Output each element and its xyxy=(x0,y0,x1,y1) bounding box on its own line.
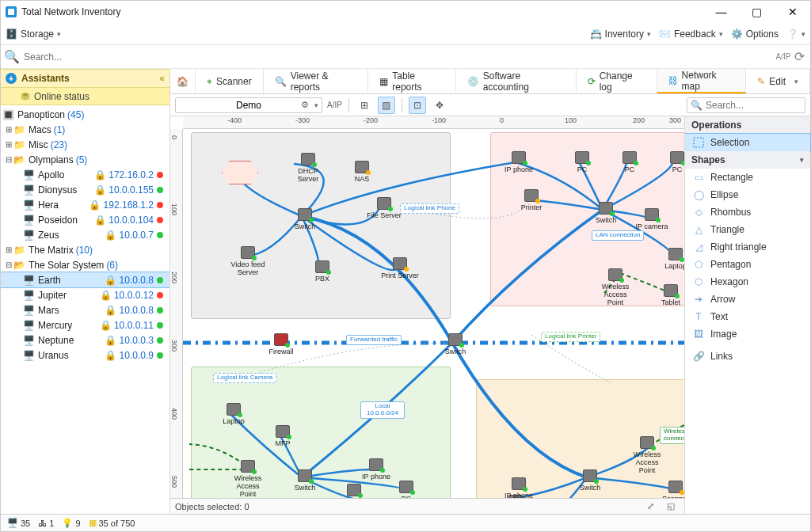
aip-toggle[interactable]: A/IP xyxy=(327,101,342,109)
move-icon[interactable]: ✥ xyxy=(431,97,448,114)
options-menu[interactable]: ⚙️ Options xyxy=(731,28,779,40)
shape-text[interactable]: TText xyxy=(685,308,810,325)
node-videofeed[interactable]: Video feed Server xyxy=(227,246,268,276)
storage-menu[interactable]: 🗄️ Storage ▾ xyxy=(6,28,61,40)
shape-image[interactable]: 🖼Image xyxy=(685,325,810,343)
node-dhcp[interactable]: DHCP Server xyxy=(287,153,329,183)
node-nas[interactable]: NAS xyxy=(341,161,383,183)
tab-home[interactable]: 🏠 xyxy=(170,69,196,93)
map-search[interactable]: 🔍 xyxy=(687,97,805,113)
snap-icon[interactable]: ⊡ xyxy=(409,97,426,114)
node-switch-o[interactable]: Switch xyxy=(569,469,611,492)
shape-rectangle[interactable]: ▭Rectangle xyxy=(685,169,810,186)
node-printer-p[interactable]: Printer xyxy=(511,189,552,211)
node-wap-p[interactable]: Wireless Access Point xyxy=(595,268,636,306)
label-forwarded[interactable]: Forwarded traffic xyxy=(346,335,402,345)
tree-item[interactable]: 🖥️Zeus🔒 10.0.0.7 xyxy=(1,227,169,242)
collapse-icon[interactable]: « xyxy=(159,73,165,84)
grid-icon[interactable]: ⊞ xyxy=(356,97,373,114)
map-select-dropdown[interactable]: Demo ⚙ ▾ xyxy=(175,97,322,113)
zoom-fit-icon[interactable]: ⤢ xyxy=(642,498,659,515)
network-map-canvas[interactable]: Domain Controller DHCP Server NAS Switch… xyxy=(183,129,684,498)
op-selection[interactable]: Selection xyxy=(684,133,811,152)
node-scanner[interactable]: Scanner xyxy=(655,481,684,498)
tree-item[interactable]: 🖥️Jupiter🔒 10.0.0.12 xyxy=(1,287,169,302)
expand-icon[interactable]: ⊞ xyxy=(4,245,13,254)
node-pc-p2[interactable]: PC xyxy=(609,151,650,173)
tree-item[interactable]: 🖥️Uranus🔒 10.0.0.9 xyxy=(1,348,169,363)
shape-triangle[interactable]: △Triangle xyxy=(685,221,810,238)
sb-computers[interactable]: 🖥️35 xyxy=(7,518,30,528)
feedback-menu[interactable]: ✉️ Feedback ▾ xyxy=(659,28,723,40)
node-ipphone-g1[interactable]: IP phone xyxy=(333,484,375,498)
node-wap-g[interactable]: Wireless Access Point xyxy=(227,460,268,498)
node-printserver[interactable]: Print Server xyxy=(379,257,421,279)
expand-icon[interactable]: ⊞ xyxy=(4,125,13,134)
tree-item[interactable]: 🖥️Apollo🔒 172.16.0.2 xyxy=(1,167,169,182)
tab-table[interactable]: ▦Table reports xyxy=(368,69,456,93)
sb-servers[interactable]: 🖧1 xyxy=(38,519,54,528)
tree-item[interactable]: 🖥️Neptune🔒 10.0.0.3 xyxy=(1,332,169,348)
tree-macs[interactable]: ⊞ 📁 Macs (1) xyxy=(1,122,169,137)
window-minimize[interactable]: — xyxy=(703,1,739,23)
window-maximize[interactable]: ▢ xyxy=(739,1,775,23)
node-ipphone-p[interactable]: IP phone xyxy=(498,151,539,173)
shape-rhombus[interactable]: ◇Rhombus xyxy=(685,203,810,221)
node-firewall[interactable]: Firewall xyxy=(261,333,302,355)
shape-right-triangle[interactable]: ◿Right triangle xyxy=(685,238,810,256)
gear-icon[interactable]: ⚙ xyxy=(301,100,309,110)
node-pc-p3[interactable]: PC xyxy=(657,151,684,173)
shape-pentagon[interactable]: ⬠Pentagon xyxy=(685,256,810,273)
tab-scanner[interactable]: ⌖Scanner xyxy=(196,69,264,93)
tab-changelog[interactable]: ⟳Change log xyxy=(577,69,657,93)
tree-item[interactable]: 🖥️Mars🔒 10.0.0.8 xyxy=(1,302,169,317)
shape-arrow[interactable]: ➔Arrow xyxy=(685,291,810,308)
node-domain-controller[interactable]: Domain Controller xyxy=(219,161,261,180)
tree-item[interactable]: 🖥️Hera🔒 192.168.1.2 xyxy=(1,197,169,212)
node-tablet-p[interactable]: Tablet xyxy=(650,284,684,306)
tree-matrix[interactable]: ⊞ 📁 The Matrix (10) xyxy=(1,242,169,257)
shape-ellipse[interactable]: ◯Ellipse xyxy=(685,186,810,203)
tree-misc[interactable]: ⊞ 📁 Misc (23) xyxy=(1,137,169,152)
op-links[interactable]: 🔗 Links xyxy=(685,348,810,365)
inventory-menu[interactable]: 📇 Inventory ▾ xyxy=(590,28,651,40)
tree-solar[interactable]: ⊟ 📂 The Solar System (6) xyxy=(1,257,169,272)
sb-other[interactable]: 💡9 xyxy=(62,518,80,528)
tree-item[interactable]: 🖥️Dionysus🔒 10.0.0.155 xyxy=(1,182,169,197)
node-pbx[interactable]: PBX xyxy=(302,260,343,283)
tab-edit[interactable]: ✎Edit▾ xyxy=(746,69,810,93)
node-ipphone-o1[interactable]: IP phone xyxy=(498,477,539,498)
label-wireless-conn[interactable]: Wireless connection xyxy=(660,427,684,444)
shapes-header[interactable]: Shapes ▾ xyxy=(685,151,810,169)
tree-item[interactable]: 🖥️Mercury🔒 10.0.0.11 xyxy=(1,317,169,332)
node-mfp[interactable]: MFP xyxy=(262,425,303,447)
plus-icon[interactable]: + xyxy=(6,73,17,84)
device-tree[interactable]: 🔳 Panopticon (45) ⊞ 📁 Macs (1) ⊞ 📁 Misc … xyxy=(1,105,169,514)
sidebar-search-input[interactable] xyxy=(21,49,774,65)
tab-network-map[interactable]: ⛓Network map xyxy=(657,69,747,93)
tree-item[interactable]: 🖥️Poseidon🔒 10.0.0.104 xyxy=(1,212,169,227)
node-switch-g[interactable]: Switch xyxy=(284,469,326,492)
label-local[interactable]: Local 10.0.0.0/24 xyxy=(360,401,405,419)
node-switch-p[interactable]: Switch xyxy=(585,202,626,224)
label-logical-phone[interactable]: Logical link Phone xyxy=(400,203,459,214)
tree-olympians[interactable]: ⊟ 📂 Olympians (5) xyxy=(1,152,169,167)
window-close[interactable]: ✕ xyxy=(775,1,810,23)
help-icon[interactable]: ❔▾ xyxy=(786,28,805,40)
node-pc-g1[interactable]: PC xyxy=(386,481,427,498)
collapse-icon[interactable]: ⊟ xyxy=(4,260,13,269)
label-logical-camera[interactable]: Logical link Camera xyxy=(213,373,276,383)
tree-root[interactable]: 🔳 Panopticon (45) xyxy=(1,107,169,122)
zoom-actual-icon[interactable]: ◱ xyxy=(662,498,680,515)
tree-item[interactable]: 🖥️Earth🔒 10.0.0.8 xyxy=(1,272,169,287)
map-search-input[interactable] xyxy=(706,100,801,111)
assistants-header[interactable]: + Assistants « xyxy=(1,69,169,88)
guides-icon[interactable]: ▨ xyxy=(378,97,395,114)
expand-icon[interactable]: ⊞ xyxy=(4,140,13,149)
refresh-icon[interactable]: ⟳ xyxy=(793,51,805,63)
node-ipphone-g2[interactable]: IP phone xyxy=(356,458,397,481)
node-switch-1[interactable]: Switch xyxy=(284,208,326,230)
collapse-icon[interactable]: ⊟ xyxy=(4,155,13,164)
tab-software[interactable]: 💿Software accounting xyxy=(456,69,577,93)
tab-viewer[interactable]: 🔍Viewer & reports xyxy=(264,69,369,93)
